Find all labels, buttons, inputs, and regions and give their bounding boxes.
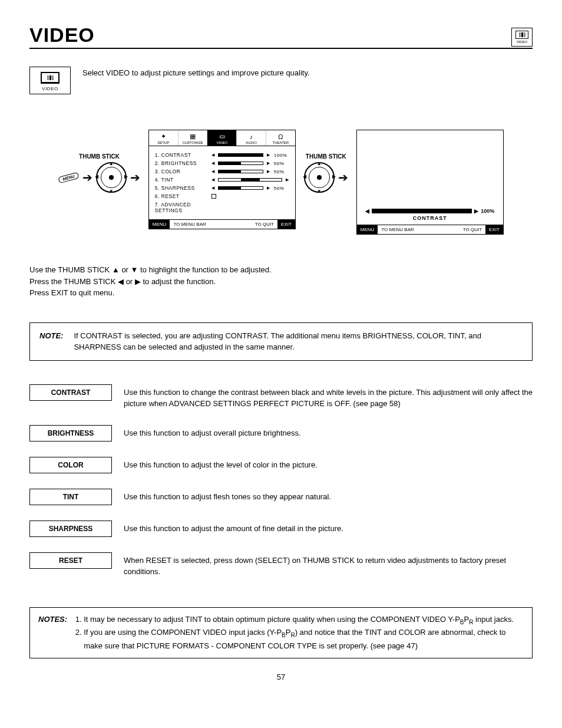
notes-label: NOTES: [38,614,67,653]
osd-tab-setup: ✦SETUP [149,130,178,146]
osd-item: 1. CONTRAST◀▶100% [155,152,289,158]
intro-text: Select VIDEO to adjust picture settings … [82,67,310,78]
page-number: 57 [29,673,533,681]
intro-row: VIDEO Select VIDEO to adjust picture set… [29,67,533,94]
thumb-stick-right: THUMB STICK ▲▼◀▶ ➔ [304,153,348,193]
osd-tab-theater: ΩTHEATER [266,130,295,146]
notes-item-2: If you are using the COMPONENT VIDEO inp… [84,627,524,652]
osd-footer-2: MENU TO MENU BAR TO QUIT EXIT [357,225,503,234]
osd-menu: ✦SETUP ▦CUSTOMIZE ▭VIDEO ♪AUDIO ΩTHEATER… [148,130,296,229]
arrow-icon: ➔ [338,172,348,183]
video-icon-label: VIDEO [517,40,528,44]
osd-tabs: ✦SETUP ▦CUSTOMIZE ▭VIDEO ♪AUDIO ΩTHEATER [149,130,295,146]
triangle-left-icon: ◀ [365,208,369,214]
osd-tab-video: ▭VIDEO [207,130,237,146]
osd-tab-customize: ▦CUSTOMIZE [178,130,208,146]
function-row: RESETWhen RESET is selected, press down … [29,552,533,578]
contrast-caption: CONTRAST [413,215,447,221]
function-desc: Use this function to adjust overall pict… [124,425,301,439]
osd-item: 2. BRIGHTNESS◀▶50% [155,160,289,166]
diagram: THUMB STICK MENU ➔ ▲▼◀▶ ➔ ✦SETUP ▦CUSTOM… [29,130,533,235]
note-box: NOTE: If CONTRAST is selected, you are a… [29,322,533,361]
dpad-icon: ▲▼◀▶ [304,162,335,193]
function-row: SHARPNESSUse this function to adjust the… [29,521,533,537]
thumb-label-right: THUMB STICK [306,153,346,160]
note-text: If CONTRAST is selected, you are adjusti… [74,330,523,353]
triangle-right-icon: ▶ [474,208,478,214]
function-desc: When RESET is selected, press down (SELE… [124,552,533,578]
arrow-icon: ➔ [82,172,92,183]
function-label: BRIGHTNESS [29,425,112,442]
thumb-label-left: THUMB STICK [79,153,120,160]
note-label: NOTE: [39,330,63,353]
osd-item: 7. ADVANCED SETTINGS [155,202,289,213]
page-title: VIDEO [29,24,95,47]
function-row: BRIGHTNESSUse this function to adjust ov… [29,425,533,442]
function-desc: Use this function to adjust the amount o… [124,521,343,535]
intro-video-icon: VIDEO [29,67,71,94]
video-icon: VIDEO [511,28,533,47]
osd-item: 3. COLOR◀▶50% [155,169,289,174]
function-label: COLOR [29,457,112,473]
instructions: Use the THUMB STICK ▲ or ▼ to highlight … [29,264,533,299]
menu-badge: MENU [58,172,79,183]
thumb-stick-left: THUMB STICK MENU ➔ ▲▼◀▶ ➔ [58,153,140,193]
osd-tab-audio: ♪AUDIO [237,130,266,146]
osd-item: 4. TINT◀▶ [155,177,289,183]
osd-contrast: ◀ ▶ 100% CONTRAST MENU TO MENU BAR TO QU… [356,130,504,235]
function-label: TINT [29,489,112,505]
function-row: CONTRASTUse this function to change the … [29,384,533,410]
contrast-slider [372,209,472,213]
function-list: CONTRASTUse this function to change the … [29,384,533,578]
function-row: COLORUse this function to adjust the lev… [29,457,533,473]
function-label: RESET [29,552,112,569]
osd-footer: MENU TO MENU BAR TO QUIT EXIT [149,219,295,229]
function-row: TINTUse this function to adjust flesh to… [29,489,533,505]
arrow-icon: ➔ [130,172,140,183]
function-desc: Use this function to adjust the level of… [124,457,318,471]
osd-item: 5. SHARPNESS◀▶50% [155,185,289,191]
notes-list: It may be necessary to adjust TINT to ob… [73,614,524,653]
osd-item: 6. RESET [155,193,289,199]
function-desc: Use this function to adjust flesh tones … [124,489,331,503]
function-label: SHARPNESS [29,521,112,537]
intro-icon-label: VIDEO [42,86,58,91]
notes-box: NOTES: It may be necessary to adjust TIN… [29,607,533,659]
function-label: CONTRAST [29,384,112,401]
notes-item-1: It may be necessary to adjust TINT to ob… [84,614,524,627]
contrast-value: 100% [481,208,494,214]
page-header: VIDEO VIDEO [29,24,533,49]
dpad-icon: ▲▼◀▶ [96,162,127,193]
function-desc: Use this function to change the contrast… [124,384,533,410]
